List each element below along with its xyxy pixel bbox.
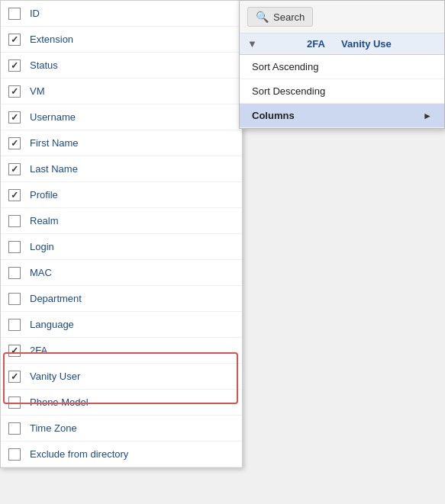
search-icon: 🔍 (256, 11, 269, 23)
checkbox-vm[interactable] (8, 85, 21, 98)
column-item-department[interactable]: Department (1, 286, 242, 312)
context-menu: 🔍 Search ▼ 2FA Vanity Use Sort Ascending… (239, 0, 445, 129)
label-profile: Profile (30, 189, 58, 201)
checkbox-lastname[interactable] (8, 163, 21, 175)
checkbox-status[interactable] (8, 59, 21, 72)
checkbox-language[interactable] (8, 319, 21, 331)
checkbox-mac[interactable] (8, 267, 21, 279)
label-vm: VM (30, 85, 45, 97)
label-department: Department (30, 293, 82, 304)
label-language: Language (30, 319, 74, 330)
checkbox-extension[interactable] (8, 34, 21, 46)
checkbox-department[interactable] (8, 293, 21, 305)
label-exclude: Exclude from directory (30, 448, 128, 460)
columns-label: Columns (252, 110, 295, 121)
column-item-time-zone[interactable]: Time Zone (1, 416, 242, 441)
checkbox-realm[interactable] (8, 215, 21, 227)
context-menu-column-header: ▼ 2FA Vanity Use (240, 34, 444, 55)
checkbox-id[interactable] (8, 8, 21, 20)
column-item-extension[interactable]: Extension (1, 27, 242, 53)
label-phone-model: Phone Model (30, 396, 89, 408)
column-item-profile[interactable]: Profile (1, 182, 242, 208)
label-firstname: First Name (30, 137, 79, 149)
sort-ascending-item[interactable]: Sort Ascending (240, 55, 444, 79)
submenu-arrow-icon: ► (423, 111, 432, 121)
column-item-id[interactable]: ID (1, 1, 242, 27)
checkbox-firstname[interactable] (8, 137, 21, 149)
main-container: IDExtensionStatusVMUsernameFirst NameLas… (0, 0, 445, 504)
checkbox-login[interactable] (8, 241, 21, 253)
column-item-lastname[interactable]: Last Name (1, 156, 242, 182)
sort-descending-label: Sort Descending (252, 85, 325, 97)
search-button[interactable]: 🔍 Search (247, 7, 313, 27)
label-lastname: Last Name (30, 163, 78, 175)
column-item-firstname[interactable]: First Name (1, 130, 242, 156)
checkbox-vanity-user[interactable] (8, 371, 21, 383)
label-vanity-user: Vanity User (30, 371, 80, 382)
checkbox-phone-model[interactable] (8, 396, 21, 409)
label-mac: MAC (30, 267, 52, 278)
checkbox-2fa[interactable] (8, 345, 21, 357)
checkbox-profile[interactable] (8, 189, 21, 201)
label-status: Status (30, 59, 58, 71)
label-time-zone: Time Zone (30, 422, 77, 434)
column-item-username[interactable]: Username (1, 104, 242, 130)
label-username: Username (30, 111, 76, 123)
column-item-2fa[interactable]: 2FA (1, 338, 242, 364)
column-item-realm[interactable]: Realm (1, 208, 242, 234)
column-item-mac[interactable]: MAC (1, 260, 242, 286)
column-header-label: 2FA Vanity Use (262, 38, 437, 50)
column-item-vanity-user[interactable]: Vanity User (1, 364, 242, 390)
column-item-vm[interactable]: VM (1, 79, 242, 104)
column-item-phone-model[interactable]: Phone Model (1, 390, 242, 416)
label-realm: Realm (30, 215, 59, 226)
search-label: Search (273, 11, 305, 23)
sort-descending-item[interactable]: Sort Descending (240, 79, 444, 104)
column-item-exclude[interactable]: Exclude from directory (1, 441, 242, 467)
label-extension: Extension (30, 34, 73, 45)
column-item-status[interactable]: Status (1, 53, 242, 79)
label-id: ID (30, 8, 40, 19)
checkbox-username[interactable] (8, 111, 21, 124)
context-menu-search-bar: 🔍 Search (240, 1, 444, 34)
column-chooser-panel: IDExtensionStatusVMUsernameFirst NameLas… (0, 0, 243, 468)
columns-submenu-item[interactable]: Columns ► (240, 104, 444, 128)
checkbox-time-zone[interactable] (8, 422, 21, 435)
checkbox-exclude[interactable] (8, 448, 21, 461)
column-item-language[interactable]: Language (1, 312, 242, 338)
sort-ascending-label: Sort Ascending (252, 61, 318, 72)
label-2fa: 2FA (30, 345, 47, 356)
label-login: Login (30, 241, 54, 252)
column-item-login[interactable]: Login (1, 234, 242, 260)
dropdown-arrow-icon: ▼ (247, 38, 257, 50)
